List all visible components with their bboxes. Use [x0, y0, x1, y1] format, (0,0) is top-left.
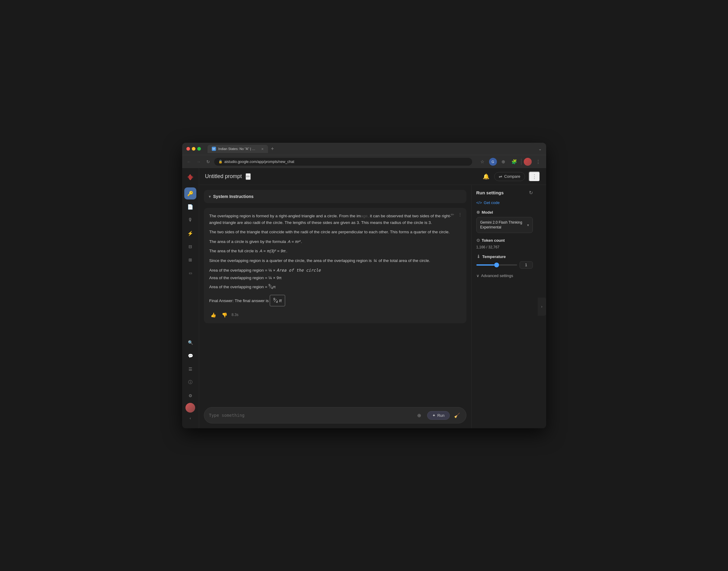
settings-refresh-button[interactable]: ↻ — [529, 190, 533, 196]
temperature-slider[interactable] — [476, 262, 517, 268]
message-text: The overlapping region is formed by a ri… — [209, 213, 461, 306]
lightning-icon: ⚡ — [187, 231, 193, 236]
model-icon: ⊗ — [476, 210, 480, 215]
notifications-button[interactable]: 🔔 — [481, 172, 490, 181]
close-window-button[interactable] — [186, 147, 190, 150]
token-count-value: 1,166 / 32,767 — [476, 245, 533, 249]
sidebar-collapse-button[interactable]: ‹ — [186, 414, 194, 422]
title-bar: M Indian States: No "A" | Google... × + … — [182, 143, 546, 155]
compare-label: Compare — [504, 174, 520, 179]
slider-thumb[interactable] — [494, 262, 499, 267]
sidebar-item-info[interactable]: ⓘ — [184, 376, 196, 388]
new-tab-button[interactable]: + — [269, 145, 276, 153]
model-selector[interactable]: Gemini 2.0 Flash Thinking Experimental ▾ — [476, 217, 533, 233]
sidebar-item-chat[interactable]: 💬 — [184, 350, 196, 362]
sidebar-bottom: 🔍 💬 ☰ ⓘ ⚙ ‹ — [184, 337, 196, 425]
area-line-2: Area of the overlapping region = ¼ × 9π — [209, 275, 461, 281]
thumbs-up-button[interactable]: 👍 — [209, 312, 217, 318]
sidebar-item-settings[interactable]: ⚙ — [184, 389, 196, 402]
message-more-button[interactable]: ⋮ — [457, 212, 463, 218]
temperature-section-title: 🌡 Temperature — [476, 254, 533, 259]
tab-bar: M Indian States: No "A" | Google... × + — [207, 145, 535, 153]
model-name-text: Gemini 2.0 Flash Thinking Experimental — [480, 220, 525, 230]
compare-button[interactable]: ⇌ Compare — [494, 172, 525, 181]
formula-1: A = πr² — [288, 238, 300, 245]
system-instructions-title: System Instructions — [213, 194, 254, 199]
response-time: 8.3s — [232, 312, 239, 318]
expand-panel-button[interactable]: › — [538, 298, 546, 316]
sidebar-item-layers[interactable]: ⊞ — [184, 254, 196, 266]
token-label: Token count — [482, 238, 505, 243]
sidebar-item-voice[interactable]: 🎙 — [184, 214, 196, 226]
chat-area: ▾ System Instructions ✏ ⋮ The ove — [199, 185, 546, 428]
system-instructions-toggle[interactable]: ▾ System Instructions — [204, 190, 466, 203]
sidebar-item-search-image[interactable]: 🔍 — [184, 337, 196, 349]
area-line-1: Area of the overlapping region = ¼ × Are… — [209, 267, 461, 274]
back-button[interactable]: ← — [186, 158, 192, 165]
chat-main: ▾ System Instructions ✏ ⋮ The ove — [199, 185, 471, 428]
chat-input-area: ⊕ ✦ Run 🧹 — [199, 404, 471, 428]
sidebar-item-tune[interactable]: ⊟ — [184, 240, 196, 253]
logo-icon — [186, 173, 194, 182]
clean-button[interactable]: 🧹 — [453, 411, 461, 420]
sidebar-item-lightning[interactable]: ⚡ — [184, 227, 196, 239]
run-label: Run — [437, 413, 445, 418]
extension-2-button[interactable]: ⊕ — [499, 157, 508, 166]
advanced-settings-label: Advanced settings — [481, 273, 513, 278]
sidebar-item-stack[interactable]: ☰ — [184, 363, 196, 375]
tab-close-button[interactable]: × — [261, 147, 264, 151]
info-icon: ⓘ — [188, 380, 192, 385]
get-code-link[interactable]: </> Get code — [476, 200, 533, 205]
page-title: Untitled prompt — [205, 173, 242, 180]
layers-icon: ⊞ — [188, 257, 192, 262]
chat-input-box: ⊕ ✦ Run 🧹 — [204, 407, 466, 424]
model-label: Model — [482, 210, 493, 215]
extension-3-button[interactable]: 🧩 — [510, 157, 519, 166]
browser-menu-button[interactable]: ⋮ — [534, 157, 543, 166]
edit-message-button[interactable]: ✏ — [450, 212, 455, 218]
app-layout: 🔑 📄 🎙 ⚡ ⊟ ⊞ ▭ 🔍 — [182, 168, 546, 428]
app-logo — [185, 172, 196, 183]
user-avatar[interactable] — [185, 403, 195, 413]
settings-title: Run settings — [476, 190, 504, 195]
model-chevron-icon: ▾ — [527, 223, 529, 227]
chat-icon: 💬 — [188, 353, 193, 358]
forward-button[interactable]: → — [195, 158, 202, 165]
add-attachment-button[interactable]: ⊕ — [415, 411, 424, 420]
slider-track — [476, 264, 517, 265]
sidebar-item-frame[interactable]: ▭ — [184, 267, 196, 279]
edit-title-button[interactable]: ✏ — [246, 173, 251, 180]
reload-button[interactable]: ↻ — [205, 158, 211, 165]
lock-icon: 🔒 — [218, 160, 222, 163]
thumbs-down-button[interactable]: 👎 — [220, 312, 229, 318]
address-text: aistudio.google.com/app/prompts/new_chat — [224, 160, 294, 164]
temperature-label: Temperature — [482, 254, 506, 259]
settings-header: Run settings ↻ — [476, 190, 533, 196]
sidebar-item-key[interactable]: 🔑 — [184, 188, 196, 200]
key-icon: 🔑 — [187, 191, 193, 197]
more-options-button[interactable]: ⋮ — [529, 172, 540, 182]
browser-tab[interactable]: M Indian States: No "A" | Google... × — [207, 145, 268, 153]
message-footer: 👍 👎 8.3s — [209, 309, 461, 318]
area-line-3: Area of the overlapping region = 9⁄4π — [209, 282, 461, 291]
chat-input[interactable] — [209, 413, 412, 418]
profile-button[interactable] — [524, 158, 532, 166]
final-answer-prefix: Final Answer: The final answer is — [209, 299, 270, 303]
sidebar: 🔑 📄 🎙 ⚡ ⊟ ⊞ ▭ 🔍 — [182, 168, 199, 428]
bookmark-button[interactable]: ☆ — [478, 157, 487, 166]
expand-tabs-icon[interactable]: ⌄ — [538, 146, 542, 151]
message-para-3: The area of a circle is given by the for… — [209, 238, 461, 245]
main-content: Untitled prompt ✏ 🔔 ⇌ Compare ⋮ ▾ — [199, 168, 546, 428]
final-answer-box: 9⁄4 π — [270, 295, 285, 306]
address-bar: ← → ↻ 🔒 aistudio.google.com/app/prompts/… — [182, 155, 546, 168]
advanced-settings-toggle[interactable]: ∨ Advanced settings — [476, 273, 533, 278]
minimize-window-button[interactable] — [192, 147, 195, 150]
run-button[interactable]: ✦ Run — [427, 411, 450, 420]
maximize-window-button[interactable] — [197, 147, 201, 150]
frame-icon: ▭ — [189, 271, 192, 275]
token-count-section: ⊙ Token count 1,166 / 32,767 — [476, 238, 533, 249]
address-input[interactable]: 🔒 aistudio.google.com/app/prompts/new_ch… — [214, 158, 472, 166]
sidebar-item-documents[interactable]: 📄 — [184, 201, 196, 213]
temperature-input[interactable]: 1 — [520, 261, 533, 268]
extension-1-button[interactable]: G — [489, 158, 497, 166]
